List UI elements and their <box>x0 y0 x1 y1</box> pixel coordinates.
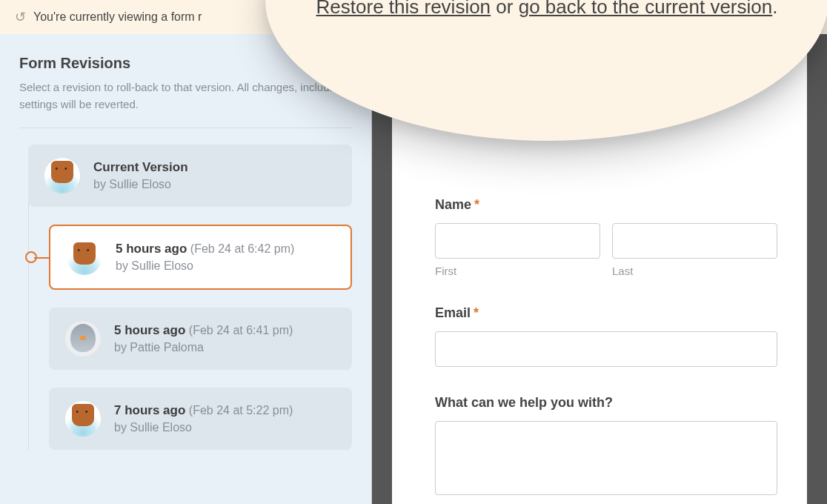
message-textarea[interactable] <box>435 421 777 495</box>
email-label: Email <box>435 305 471 320</box>
required-asterisk: * <box>474 305 479 320</box>
email-field: Email* <box>435 305 777 367</box>
message-field: What can we help you with? <box>435 395 777 498</box>
zoom-period: . <box>772 0 777 18</box>
first-sublabel: First <box>435 265 600 277</box>
history-icon: ↺ <box>15 9 26 25</box>
email-input[interactable] <box>435 331 777 367</box>
revision-timestamp: (Feb 24 at 5:22 pm) <box>189 404 293 417</box>
divider <box>19 127 352 128</box>
revision-title: Current Version <box>93 160 188 174</box>
first-name-input[interactable] <box>435 223 600 259</box>
name-field: Name* First Last <box>435 197 777 277</box>
message-label: What can we help you with? <box>435 395 777 411</box>
revision-author: by Sullie Eloso <box>114 421 336 434</box>
revision-card-selected[interactable]: 5 hours ago (Feb 24 at 6:42 pm) by Sulli… <box>49 225 352 290</box>
revision-timestamp: (Feb 24 at 6:41 pm) <box>189 324 293 336</box>
revision-card[interactable]: 7 hours ago (Feb 24 at 5:22 pm) by Sulli… <box>49 388 352 450</box>
avatar <box>44 158 80 193</box>
revision-author: by Pattie Paloma <box>114 341 336 354</box>
zoom-or: or <box>491 0 519 18</box>
banner-text: You're currently viewing a form r <box>33 10 202 24</box>
avatar <box>65 401 101 437</box>
revision-author: by Sullie Eloso <box>93 178 336 191</box>
goback-link[interactable]: go back to the current version <box>519 0 773 18</box>
avatar <box>65 321 101 357</box>
revision-title: 5 hours ago <box>114 323 185 337</box>
revision-card[interactable]: 5 hours ago (Feb 24 at 6:41 pm) by Patti… <box>49 308 352 370</box>
revision-title: 5 hours ago <box>116 242 187 256</box>
last-name-input[interactable] <box>612 223 777 259</box>
avatar <box>67 239 102 275</box>
required-asterisk: * <box>474 197 479 212</box>
revisions-sidebar: Form Revisions Select a revision to roll… <box>0 34 372 504</box>
revision-author: by Sullie Eloso <box>116 259 334 273</box>
sidebar-description: Select a revision to roll-back to that v… <box>19 79 352 113</box>
revision-title: 7 hours ago <box>114 403 185 417</box>
revision-card-current[interactable]: Current Version by Sullie Eloso <box>28 145 352 207</box>
revision-timestamp: (Feb 24 at 6:42 pm) <box>190 242 295 255</box>
revisions-list: Current Version by Sullie Eloso 5 hours … <box>19 145 352 450</box>
last-sublabel: Last <box>612 265 777 277</box>
restore-revision-link[interactable]: Restore this revision <box>316 0 491 18</box>
name-label: Name <box>435 197 471 212</box>
